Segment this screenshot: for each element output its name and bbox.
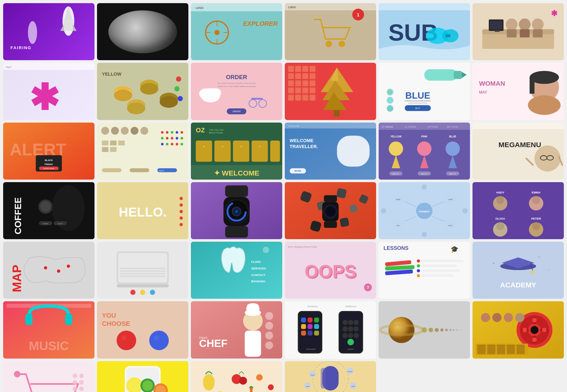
- svg-point-358: [348, 333, 353, 338]
- svg-text:IC CREAM: IC CREAM: [405, 125, 416, 128]
- svg-rect-69: [295, 73, 301, 79]
- svg-rect-164: [337, 135, 370, 166]
- svg-text:BUY NOW: BUY NOW: [447, 125, 458, 128]
- svg-rect-89: [424, 69, 457, 81]
- card-map[interactable]: MAP: [3, 242, 94, 299]
- svg-point-9: [215, 30, 220, 35]
- svg-point-127: [176, 131, 178, 133]
- svg-text:✱: ✱: [29, 78, 60, 118]
- card-fruits[interactable]: FRUITS: [191, 361, 282, 392]
- svg-rect-120: [110, 140, 117, 145]
- svg-point-199: [40, 201, 51, 212]
- card-hello[interactable]: HELLO.: [97, 182, 188, 239]
- card-megamenu[interactable]: MEGAMENU: [472, 123, 564, 180]
- svg-point-190: [535, 145, 561, 171]
- svg-rect-149: [215, 140, 231, 161]
- card-explorer[interactable]: LOGO EXPLORER: [191, 3, 282, 60]
- card-oz[interactable]: OZ ✦ THE YELLOW BRICK ROAD ✦ ✦ ✦ ✦ ✦ WEL…: [191, 123, 282, 180]
- card-lessons[interactable]: LESSONS 🎓: [379, 242, 470, 299]
- svg-rect-230: [324, 195, 337, 202]
- svg-point-369: [450, 329, 451, 331]
- svg-point-423: [239, 377, 247, 384]
- svg-rect-339: [301, 318, 306, 323]
- svg-rect-315: [65, 314, 72, 325]
- card-icecream[interactable]: IC CREAM IC CREAM OPTIONS BUY NOW YELLOW…: [379, 123, 470, 180]
- card-music[interactable]: MUSIC: [3, 301, 94, 358]
- svg-text:LOGO: LOGO: [288, 6, 296, 9]
- card-sub[interactable]: SUB: [379, 3, 470, 60]
- card-woman[interactable]: WOMAN MAY: [472, 63, 564, 120]
- card-laptop[interactable]: [97, 242, 188, 299]
- svg-point-137: [176, 143, 178, 145]
- svg-text:BOOKING: BOOKING: [251, 280, 266, 283]
- svg-text:music: music: [347, 370, 352, 372]
- card-order[interactable]: ORDER Your order is almost complete. Her…: [191, 63, 282, 120]
- card-blue[interactable]: BLUE BUY: [379, 63, 470, 120]
- card-moon[interactable]: [97, 3, 188, 60]
- moon-shape: [108, 10, 177, 53]
- card-dental[interactable]: CLINIC SERVICES CONTACT BOOKING: [191, 242, 282, 299]
- svg-text:BUY IT: BUY IT: [450, 172, 456, 175]
- card-mic[interactable]: chef music pod cast: [285, 361, 376, 392]
- svg-text:LOGO: LOGO: [196, 7, 204, 9]
- card-alert[interactable]: ALERT BLACK FRIDAY SHOP NOW: [3, 123, 94, 180]
- svg-point-418: [142, 380, 153, 391]
- card-reception[interactable]: ✱: [472, 3, 564, 60]
- card-cart[interactable]: [3, 361, 94, 392]
- svg-point-360: [347, 339, 354, 345]
- svg-marker-427: [249, 387, 253, 392]
- svg-point-402: [14, 371, 20, 378]
- card-dotgrid[interactable]: NEXT: [97, 123, 188, 180]
- svg-text:ANDY: ANDY: [496, 191, 505, 194]
- svg-point-135: [166, 143, 169, 145]
- svg-point-16: [325, 41, 332, 47]
- card-tree[interactable]: [285, 63, 376, 120]
- svg-point-234: [325, 206, 335, 216]
- svg-rect-99: [405, 100, 431, 101]
- svg-text:✦: ✦: [492, 261, 495, 266]
- svg-point-320: [121, 335, 127, 341]
- svg-text:✦ WELCOME: ✦ WELCOME: [214, 169, 259, 177]
- svg-text:✦: ✦: [259, 145, 261, 147]
- card-asterisk[interactable]: elgo3 ✱: [3, 63, 94, 120]
- svg-text:CHOOSE: CHOOSE: [102, 320, 130, 327]
- svg-text:COFFEE: COFFEE: [13, 197, 23, 234]
- svg-text:CONTACT: CONTACT: [251, 274, 266, 277]
- svg-rect-348: [306, 349, 316, 350]
- svg-text:TRAVELLER: TRAVELLER: [288, 125, 299, 127]
- card-shop[interactable]: LOGO 1: [285, 3, 376, 60]
- svg-rect-35: [490, 20, 502, 30]
- card-watch[interactable]: [191, 182, 282, 239]
- card-coffee[interactable]: COFFEE RARE SOFT: [3, 182, 94, 239]
- card-watchred[interactable]: [285, 182, 376, 239]
- card-chef[interactable]: CHEF Hawa: [191, 301, 282, 358]
- svg-text:ORDER: ORDER: [226, 74, 247, 80]
- svg-line-246: [432, 202, 444, 207]
- card-filmreel[interactable]: Glgn Susan Harry: [472, 301, 564, 358]
- svg-rect-342: [301, 324, 306, 329]
- svg-text:ShiftMenus: ShiftMenus: [345, 305, 357, 308]
- card-planet[interactable]: [379, 301, 470, 358]
- svg-rect-232: [324, 221, 337, 228]
- svg-point-5: [28, 21, 37, 44]
- card-people[interactable]: ANDY EMMA OLIVIA PETER: [472, 182, 564, 239]
- card-academy[interactable]: ✦ ✦ ✦ ACADEMY: [472, 242, 564, 299]
- card-oops[interactable]: Error Shopping Street Finder OOPS ?: [285, 242, 376, 299]
- fairing-label: FAIRING: [10, 45, 32, 50]
- svg-point-133: [180, 137, 183, 139]
- svg-point-322: [154, 335, 159, 341]
- card-youchoose[interactable]: YOU CHOOSE: [97, 301, 188, 358]
- card-payments[interactable]: PAYMENT BANK CARD PAY SYNC: [379, 182, 470, 239]
- svg-marker-3: [60, 24, 64, 31]
- card-macarons[interactable]: YELLOW: [97, 63, 188, 120]
- card-phones[interactable]: DivMenus ShiftMenus: [285, 301, 376, 358]
- svg-text:BANK: BANK: [396, 199, 401, 200]
- svg-point-116: [121, 127, 129, 135]
- card-fruits2[interactable]: [97, 361, 188, 392]
- svg-rect-76: [288, 88, 294, 94]
- svg-text:THE YELLOW: THE YELLOW: [209, 128, 224, 131]
- card-fairing[interactable]: FAIRING: [3, 3, 94, 60]
- svg-rect-214: [225, 226, 248, 238]
- card-traveller[interactable]: TRAVELLER WELCOME TRAVELLER. MORE: [285, 123, 376, 180]
- svg-point-383: [532, 318, 537, 323]
